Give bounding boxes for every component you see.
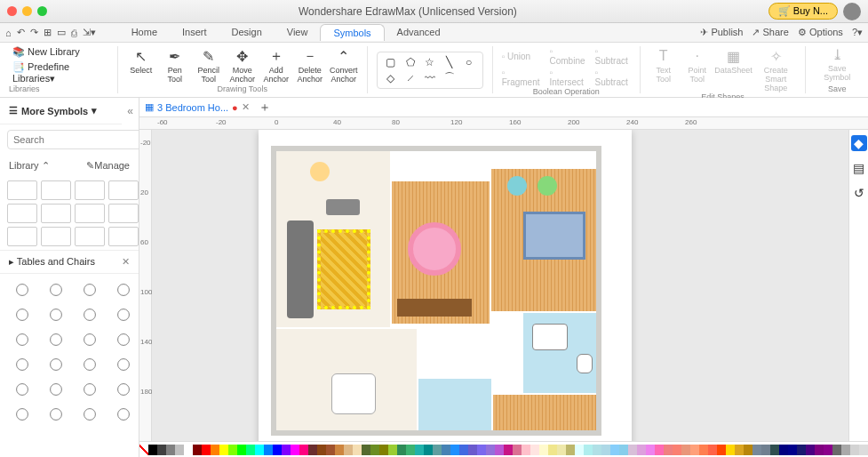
color-swatch[interactable] <box>370 445 379 455</box>
category-header[interactable]: ▸ Tables and Chairs ✕ <box>0 250 139 274</box>
table-chair-shape[interactable] <box>7 379 37 400</box>
tool-delete-anchor[interactable]: －DeleteAnchor <box>296 48 324 84</box>
color-swatch[interactable] <box>424 445 433 455</box>
manage-library-button[interactable]: ✎Manage <box>86 160 130 172</box>
edit-point-tool[interactable]: ·PointTool <box>683 48 712 84</box>
color-swatch[interactable] <box>619 445 628 455</box>
color-swatch[interactable] <box>175 445 184 455</box>
color-swatch[interactable] <box>237 445 246 455</box>
share-button[interactable]: ↗ Share <box>752 27 788 38</box>
color-swatch[interactable] <box>806 445 815 455</box>
table-chair-shape[interactable] <box>75 279 105 301</box>
color-swatch[interactable] <box>459 445 468 455</box>
predefine-libraries-button[interactable]: 📑 Predefine Libraries▾ <box>12 61 108 84</box>
table-chair-shape[interactable] <box>108 404 139 425</box>
table-chair-shape[interactable] <box>108 279 139 301</box>
color-swatch[interactable] <box>388 445 397 455</box>
color-swatch[interactable] <box>477 445 486 455</box>
tab-view[interactable]: View <box>275 24 321 41</box>
color-swatch[interactable] <box>344 445 353 455</box>
color-swatch[interactable] <box>673 445 681 455</box>
color-swatch[interactable] <box>193 445 202 455</box>
color-swatch[interactable] <box>415 445 424 455</box>
shape-primitive[interactable]: ◇ <box>383 72 399 84</box>
tab-insert[interactable]: Insert <box>170 24 219 41</box>
tool-pencil-tool[interactable]: ✎PencilTool <box>195 48 223 84</box>
color-swatch[interactable] <box>362 445 370 455</box>
new-tab-button[interactable]: ＋ <box>259 100 271 116</box>
table-chair-shape[interactable] <box>41 354 71 375</box>
tool-move-anchor[interactable]: ✥MoveAnchor <box>228 48 257 84</box>
color-swatch[interactable] <box>655 445 664 455</box>
shape-primitive[interactable]: ⟋ <box>402 72 418 84</box>
color-swatch[interactable] <box>859 445 868 455</box>
redo-icon[interactable]: ↷ <box>30 27 38 38</box>
library-shape[interactable] <box>7 227 37 246</box>
table-chair-shape[interactable] <box>7 304 37 325</box>
color-swatch[interactable] <box>753 445 761 455</box>
color-swatch[interactable] <box>548 445 557 455</box>
tool-add-anchor[interactable]: ＋AddAnchor <box>262 48 291 84</box>
table-chair-shape[interactable] <box>75 304 105 325</box>
table-chair-shape[interactable] <box>41 379 71 400</box>
library-shape[interactable] <box>108 227 139 246</box>
color-swatch[interactable] <box>717 445 726 455</box>
color-swatch[interactable] <box>335 445 344 455</box>
color-swatch[interactable] <box>735 445 744 455</box>
color-swatch[interactable] <box>433 445 442 455</box>
table-chair-shape[interactable] <box>108 304 139 325</box>
color-swatch[interactable] <box>815 445 824 455</box>
edit-datasheet[interactable]: ▦DataSheet <box>717 48 750 75</box>
color-swatch[interactable] <box>530 445 539 455</box>
color-swatch[interactable] <box>468 445 477 455</box>
color-swatch[interactable] <box>690 445 699 455</box>
color-swatch[interactable] <box>850 445 859 455</box>
table-chair-shape[interactable] <box>7 279 37 301</box>
new-library-button[interactable]: 📚 New Library <box>12 46 108 58</box>
table-chair-shape[interactable] <box>75 404 105 425</box>
user-avatar[interactable] <box>843 3 861 20</box>
library-shape[interactable] <box>41 204 71 223</box>
color-swatch[interactable] <box>397 445 406 455</box>
color-swatch[interactable] <box>699 445 708 455</box>
shape-primitive[interactable]: ⌒ <box>442 72 458 84</box>
no-color-swatch[interactable] <box>139 445 148 455</box>
color-swatch[interactable] <box>610 445 619 455</box>
color-swatch[interactable] <box>299 445 308 455</box>
color-swatch[interactable] <box>379 445 388 455</box>
table-chair-shape[interactable] <box>7 329 37 350</box>
publish-button[interactable]: ✈ Publish <box>700 27 743 38</box>
edit-create-smart-shape[interactable]: ✧CreateSmart Shape <box>755 48 796 92</box>
color-swatch[interactable] <box>637 445 646 455</box>
table-chair-shape[interactable] <box>75 379 105 400</box>
color-swatch[interactable] <box>566 445 575 455</box>
table-chair-shape[interactable] <box>108 329 139 350</box>
tool-select[interactable]: ↖Select <box>127 48 155 75</box>
color-swatch[interactable] <box>601 445 610 455</box>
save-symbol-button[interactable]: ⤓ Save Symbol <box>815 46 859 82</box>
drawing-canvas[interactable]: ◆ ▤ ↺ <box>152 130 868 441</box>
table-chair-shape[interactable] <box>41 304 71 325</box>
color-swatch[interactable] <box>353 445 362 455</box>
options-button[interactable]: ⚙ Options <box>798 27 843 38</box>
color-swatch[interactable] <box>495 445 504 455</box>
tab-advanced[interactable]: Advanced <box>385 24 453 41</box>
close-category-icon[interactable]: ✕ <box>122 256 130 268</box>
table-chair-shape[interactable] <box>75 354 105 375</box>
close-window[interactable] <box>7 6 17 16</box>
color-swatch[interactable] <box>273 445 282 455</box>
symbol-search-input[interactable] <box>7 130 139 149</box>
color-swatch[interactable] <box>744 445 753 455</box>
home-icon[interactable]: ⌂ <box>5 28 12 38</box>
color-swatch[interactable] <box>788 445 797 455</box>
table-chair-shape[interactable] <box>75 329 105 350</box>
color-swatch[interactable] <box>628 445 637 455</box>
shape-primitive[interactable]: ▢ <box>383 56 399 68</box>
shape-primitive[interactable]: 〰 <box>422 72 438 84</box>
doc-tab-3bedroom[interactable]: ▦ 3 Bedroom Ho... ● ✕ <box>145 101 250 113</box>
color-swatch[interactable] <box>824 445 832 455</box>
color-swatch[interactable] <box>219 445 228 455</box>
new-doc-icon[interactable]: ⊞ <box>44 27 52 38</box>
color-swatch[interactable] <box>486 445 495 455</box>
more-symbols-dropdown[interactable]: ☰ More Symbols▾ <box>0 98 122 124</box>
